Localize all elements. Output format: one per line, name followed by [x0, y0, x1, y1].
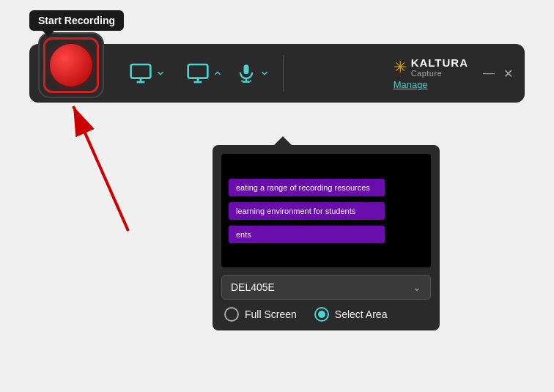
arrow-indicator — [59, 95, 147, 245]
screen-preview: eating a range of recording resources le… — [221, 154, 431, 267]
preview-bar-3: ents — [229, 226, 385, 243]
primary-screen-button[interactable] — [122, 62, 173, 85]
toolbar-controls: ✳ KALTURA Capture Manage — ✕ — [122, 55, 513, 92]
record-button-wrapper — [38, 32, 104, 98]
select-area-label: Select Area — [335, 308, 388, 320]
window-controls: — ✕ — [483, 67, 513, 81]
kaltura-capture-label: Capture — [411, 69, 468, 78]
manage-link[interactable]: Manage — [394, 79, 428, 90]
monitor2-icon — [186, 62, 210, 85]
minimize-button[interactable]: — — [483, 67, 495, 80]
kaltura-star-icon: ✳ — [394, 58, 407, 77]
radio-selected-indicator — [318, 311, 325, 318]
capture-options: Full Screen Select Area — [221, 307, 431, 322]
select-area-option[interactable]: Select Area — [314, 307, 388, 322]
close-button[interactable]: ✕ — [503, 67, 513, 81]
svg-rect-6 — [244, 64, 249, 74]
chevron-down-icon — [155, 68, 166, 78]
record-button-outer — [38, 32, 104, 98]
start-recording-tooltip: Start Recording — [29, 10, 124, 31]
preview-panel: eating a range of recording resources le… — [213, 145, 440, 330]
chevron-up-icon — [213, 68, 223, 78]
microphone-button[interactable] — [236, 63, 270, 84]
preview-bar-1: eating a range of recording resources — [229, 179, 385, 196]
select-area-radio[interactable] — [314, 307, 329, 322]
kaltura-name: KALTURA — [411, 56, 468, 69]
kaltura-brand: ✳ KALTURA Capture Manage — [394, 56, 468, 90]
full-screen-option[interactable]: Full Screen — [224, 307, 297, 322]
svg-rect-3 — [188, 64, 208, 78]
svg-line-14 — [73, 106, 128, 231]
full-screen-label: Full Screen — [245, 308, 297, 320]
record-button[interactable] — [50, 44, 92, 86]
preview-bar-2: learning environment for students — [229, 202, 385, 220]
screen-selector-value: DEL405E — [231, 281, 275, 293]
secondary-screen-button[interactable] — [179, 62, 230, 85]
svg-rect-0 — [131, 64, 151, 78]
selector-chevron-icon: ⌄ — [413, 281, 421, 293]
record-button-ring — [43, 37, 99, 93]
mic-chevron-down-icon — [259, 68, 270, 78]
full-screen-radio[interactable] — [224, 307, 239, 322]
monitor-icon — [129, 62, 152, 85]
vertical-divider — [283, 55, 284, 92]
screen-selector-dropdown[interactable]: DEL405E ⌄ — [221, 275, 431, 300]
microphone-icon — [236, 63, 256, 84]
panel-pointer — [273, 136, 293, 147]
